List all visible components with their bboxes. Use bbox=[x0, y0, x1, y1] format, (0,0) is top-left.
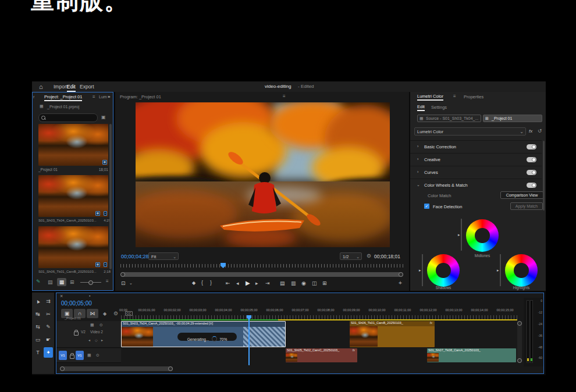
add-marker-icon[interactable]: ◆ bbox=[192, 280, 195, 286]
program-scrollbar-left-handle[interactable] bbox=[120, 272, 125, 277]
reset-icon[interactable]: ↺ bbox=[538, 128, 542, 134]
step-forward-icon[interactable]: ▸ bbox=[255, 280, 258, 286]
linked-selection-button[interactable]: ⋈ bbox=[87, 309, 98, 318]
add-marker-icon[interactable]: ◆ bbox=[103, 311, 106, 316]
midtones-wheel[interactable] bbox=[466, 219, 499, 252]
source-patch-v1[interactable]: V1 bbox=[59, 351, 67, 360]
kf-next-icon[interactable]: ▸ bbox=[101, 338, 103, 342]
source-clip-button[interactable]: ▦ Source - S01_Sh03_Tk04_... bbox=[417, 115, 481, 122]
section-basic-correction[interactable]: › Basic Correction bbox=[410, 140, 542, 153]
tab-project[interactable]: Project: _Project 01 bbox=[44, 94, 82, 101]
subtab-edit[interactable]: Edit bbox=[417, 104, 425, 111]
comparison-view-icon[interactable]: ◫ bbox=[312, 280, 317, 286]
vscroll-top-handle[interactable] bbox=[517, 321, 522, 326]
filmstrip-view-icon[interactable]: ⊞ bbox=[70, 279, 74, 285]
project-item-thumbnail[interactable]: ▦ ♪ bbox=[38, 226, 108, 268]
target-sequence-button[interactable]: ⊞ _Project 01 bbox=[483, 115, 542, 122]
project-item-thumbnail[interactable]: ▦ bbox=[38, 124, 108, 166]
timeline-playhead-line[interactable] bbox=[248, 319, 250, 365]
track-target-v2[interactable]: V2 bbox=[81, 330, 86, 334]
lock-icon[interactable] bbox=[74, 332, 79, 336]
face-detection-checkbox[interactable]: ✓ bbox=[424, 204, 429, 209]
clip-generating[interactable]: S01_Sh03_Tk04_CamA_20250103_ -00;00;04;2… bbox=[121, 321, 286, 347]
mark-in-icon[interactable]: { bbox=[201, 280, 203, 286]
pen-tool[interactable]: ✎ bbox=[44, 322, 53, 332]
slider-handle-icon[interactable]: ▸ bbox=[497, 268, 499, 273]
slider-handle-icon[interactable]: ▸ bbox=[458, 233, 460, 237]
color-wheels-toggle[interactable] bbox=[527, 183, 536, 188]
timeline-hscrollbar[interactable] bbox=[60, 366, 173, 371]
razor-tool[interactable]: ✂ bbox=[44, 309, 53, 319]
eye-icon[interactable]: ⊙ bbox=[99, 323, 103, 327]
tab-program[interactable]: Program: _Project 01 bbox=[120, 94, 161, 99]
list-view-icon[interactable]: ▤ bbox=[48, 279, 53, 285]
hscroll-right-handle[interactable] bbox=[168, 366, 173, 371]
section-curves[interactable]: › Curves bbox=[410, 166, 542, 179]
ripple-edit-tool[interactable]: ↹ bbox=[33, 309, 42, 319]
project-menu-icon[interactable]: ≡ bbox=[106, 279, 109, 284]
clip-teal[interactable]: S01_Sh07_Tk08_CamA_20250103_ bbox=[427, 348, 516, 362]
midtones-luma-slider[interactable]: ▸ bbox=[461, 219, 462, 251]
rectangle-tool[interactable]: ▭ bbox=[33, 334, 42, 345]
lumetri-scrollbar[interactable] bbox=[543, 141, 545, 211]
project-filename[interactable]: _Project 01.prproj bbox=[47, 105, 79, 109]
search-input[interactable] bbox=[38, 113, 98, 122]
tab-lumetri-color[interactable]: Lumetri Color bbox=[417, 94, 443, 101]
program-menu-icon[interactable]: ≡ bbox=[283, 94, 286, 99]
track-target-v1[interactable]: V1 bbox=[76, 351, 84, 360]
tab-overflow-icon[interactable]: » bbox=[108, 94, 110, 99]
sequence-tab-label[interactable]: _Project 01 bbox=[65, 316, 81, 320]
close-icon[interactable]: × bbox=[60, 293, 63, 299]
program-timecode[interactable]: 00;00;04;28 bbox=[121, 254, 149, 259]
tab-lumetri-truncated[interactable]: Lum bbox=[99, 95, 107, 99]
project-scrollbar[interactable] bbox=[109, 124, 112, 269]
track-name-v2[interactable]: Video 2 bbox=[90, 330, 103, 334]
resolution-dropdown[interactable]: 1/2 ⌄ bbox=[340, 252, 362, 260]
program-scrollbar-right-handle[interactable] bbox=[399, 272, 403, 277]
timeline-ruler[interactable] bbox=[121, 315, 517, 319]
ai-generative-tool[interactable]: ✦ bbox=[44, 347, 53, 358]
icon-view-button[interactable]: ▦ bbox=[57, 278, 66, 286]
timeline-vscrollbar[interactable] bbox=[517, 321, 522, 363]
highlights-luma-slider[interactable]: ▸ bbox=[500, 254, 501, 286]
menu-export[interactable]: Export bbox=[80, 84, 94, 90]
fx-icon[interactable]: fx bbox=[529, 129, 532, 134]
highlights-wheel[interactable] bbox=[505, 254, 538, 287]
basic-correction-toggle[interactable] bbox=[527, 144, 536, 149]
slider-handle-icon[interactable]: ▸ bbox=[419, 268, 421, 273]
subtab-settings[interactable]: Settings bbox=[431, 105, 447, 110]
comparison-view-button[interactable]: Comparison View bbox=[500, 191, 543, 199]
kf-prev-icon[interactable]: ◂ bbox=[88, 338, 90, 342]
film-icon[interactable]: ▦ bbox=[87, 353, 91, 358]
shadows-wheel[interactable] bbox=[427, 254, 460, 287]
button-editor-icon[interactable]: + bbox=[399, 280, 402, 286]
goto-out-icon[interactable]: ⇥ bbox=[265, 280, 270, 286]
eye-icon[interactable]: ⊙ bbox=[96, 353, 99, 358]
wrench-icon[interactable]: ⚙ bbox=[367, 253, 371, 259]
hscroll-left-handle[interactable] bbox=[60, 366, 65, 371]
menu-import[interactable]: Import bbox=[54, 84, 67, 90]
step-back-icon[interactable]: ◂ bbox=[236, 280, 239, 286]
wrench-icon[interactable]: ⚙ bbox=[113, 311, 118, 316]
multicam-icon[interactable]: ⊞ bbox=[322, 280, 327, 286]
menu-edit[interactable]: Edit bbox=[67, 84, 76, 92]
section-color-wheels[interactable]: ⌄ Color Wheels & Match bbox=[410, 179, 542, 191]
clip-orange[interactable]: S01_Sh06_Tk01_CamB_20250103_ fx bbox=[350, 321, 435, 347]
new-item-icon[interactable]: ▣ bbox=[101, 115, 106, 120]
project-item-name[interactable]: S01_Sh06_Tk01_CamB_20250103... bbox=[38, 270, 97, 273]
vscroll-bottom-handle[interactable] bbox=[517, 358, 522, 363]
panel-menu-icon[interactable]: ≡ bbox=[453, 94, 456, 99]
fit-dropdown[interactable]: Fit ⌄ bbox=[148, 252, 179, 260]
panel-menu-icon[interactable]: ≡ bbox=[93, 94, 95, 99]
chevron-down-icon[interactable]: ⌄ bbox=[129, 281, 133, 286]
curves-toggle[interactable] bbox=[527, 170, 536, 175]
goto-in-icon[interactable]: ⇤ bbox=[226, 280, 230, 286]
timeline-timecode[interactable]: 00;00;05;00 bbox=[61, 300, 92, 307]
track-select-tool[interactable]: ⇉ bbox=[44, 296, 53, 307]
type-tool[interactable]: T bbox=[33, 347, 42, 358]
program-scrollbar[interactable] bbox=[120, 272, 403, 277]
tab-properties[interactable]: Properties bbox=[464, 94, 483, 99]
apply-match-button[interactable]: Apply Match bbox=[510, 202, 543, 210]
lift-icon[interactable]: ▤ bbox=[280, 280, 285, 286]
home-icon[interactable]: ⌂ bbox=[39, 83, 43, 90]
